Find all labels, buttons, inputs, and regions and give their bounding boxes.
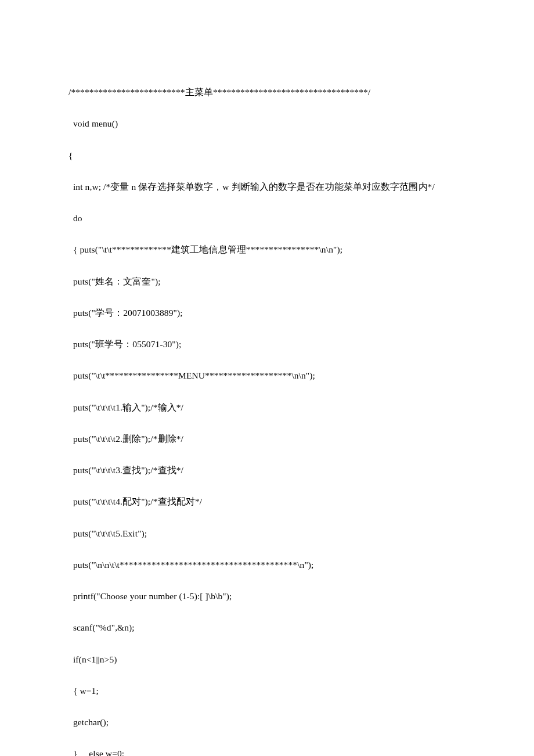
code-line: puts("\t\t****************MENU**********… [68,368,466,383]
code-line: printf("Choose your number (1-5):[ ]\b\b… [68,588,466,604]
code-line: puts("\n\n\t\t**************************… [68,557,466,573]
code-line: if(n<1||n>5) [68,651,466,667]
code-line: void menu() [68,116,466,131]
code-line: { puts("\t\t*************建筑工地信息管理*******… [68,242,466,257]
code-line: scanf("%d",&n); [68,620,466,635]
code-line: puts("\t\t\t\t3.查找");/*查找*/ [68,462,466,478]
code-line: puts("\t\t\t\t5.Exit"); [68,525,466,541]
code-line: puts("姓名：文富奎"); [68,273,466,289]
code-line: puts("\t\t\t\t4.配对");/*查找配对*/ [68,494,466,509]
code-line: int n,w; /*变量 n 保存选择菜单数字，w 判断输入的数字是否在功能菜… [68,179,466,195]
code-line: { w=1; [68,683,466,699]
code-block: /*************************主菜单***********… [68,69,466,756]
code-line: do [68,210,466,226]
code-line: puts("\t\t\t\t2.删除");/*删除*/ [68,431,466,447]
code-line: puts("学号：20071003889"); [68,305,466,321]
code-line: puts("班学号：055071-30"); [68,336,466,352]
document-page: /*************************主菜单***********… [0,0,534,756]
code-line: { [68,147,466,163]
code-line: getchar(); [68,714,466,730]
code-line: /*************************主菜单***********… [68,84,466,100]
code-line: } else w=0; [68,746,466,756]
code-line: puts("\t\t\t\t1.输入");/*输入*/ [68,399,466,415]
